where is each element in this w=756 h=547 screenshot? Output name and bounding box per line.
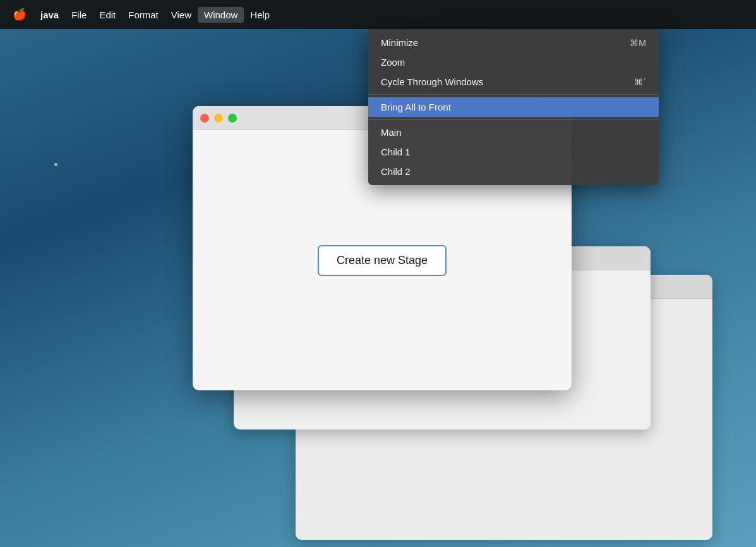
minimize-label: Minimize (381, 37, 418, 48)
main-window-label: Main (381, 127, 402, 138)
main-window-menu-item[interactable]: Main (368, 123, 659, 142)
menubar-window[interactable]: Window (198, 7, 244, 23)
zoom-menu-item[interactable]: Zoom (368, 52, 659, 72)
menubar-edit[interactable]: Edit (93, 7, 122, 23)
menubar: 🍎 java File Edit Format View Window Help (0, 0, 756, 29)
maximize-button[interactable] (228, 114, 237, 123)
child1-label: Child 1 (381, 147, 411, 157)
bring-all-menu-item[interactable]: Bring All to Front (368, 97, 659, 117)
menubar-file[interactable]: File (65, 7, 93, 23)
separator-2 (368, 119, 659, 120)
desktop-dot (54, 163, 57, 166)
minimize-shortcut: ⌘M (630, 38, 646, 48)
child1-menu-item[interactable]: Child 1 (368, 142, 659, 162)
apple-menu[interactable]: 🍎 (5, 5, 34, 24)
bring-all-label: Bring All to Front (381, 102, 451, 112)
zoom-label: Zoom (381, 57, 405, 68)
minimize-button[interactable] (214, 114, 223, 123)
create-stage-button[interactable]: Create new Stage (318, 245, 447, 276)
menubar-help[interactable]: Help (244, 7, 276, 23)
cycle-menu-item[interactable]: Cycle Through Windows ⌘` (368, 72, 659, 92)
menubar-view[interactable]: View (165, 7, 198, 23)
child2-menu-item[interactable]: Child 2 (368, 162, 659, 181)
cycle-label: Cycle Through Windows (381, 76, 483, 87)
close-button[interactable] (200, 114, 209, 123)
minimize-menu-item[interactable]: Minimize ⌘M (368, 33, 659, 52)
separator-1 (368, 94, 659, 95)
menubar-format[interactable]: Format (122, 7, 165, 23)
child2-label: Child 2 (381, 166, 411, 177)
cycle-shortcut: ⌘` (634, 77, 646, 87)
menubar-java[interactable]: java (34, 7, 65, 23)
window-dropdown-menu: Minimize ⌘M Zoom Cycle Through Windows ⌘… (368, 29, 659, 185)
